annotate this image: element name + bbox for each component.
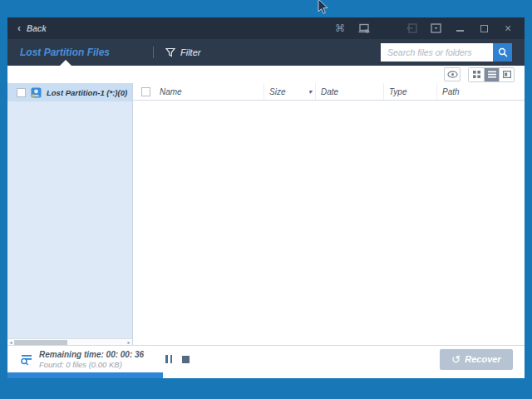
recover-restore-icon: ↺ [451,354,461,365]
scan-progress-icon [21,353,32,365]
column-header-path[interactable]: Path [437,83,525,100]
sidebar-item-lost-partition-1[interactable]: Lost Partition-1 (*:)(0) [7,83,132,101]
column-header-date[interactable]: Date [316,83,384,100]
pause-icon [165,355,168,363]
sidebar-empty-area [7,101,132,338]
scan-progress-track [7,372,525,378]
column-header-size[interactable]: Size ▾ [264,83,316,100]
page-title[interactable]: Lost Partition Files [20,47,110,58]
table-body-empty [133,101,525,345]
filter-label: Filter [180,47,200,57]
statusbar: Remaining time: 00: 00: 36 Found: 0 file… [7,345,525,372]
pause-scan-button[interactable] [165,355,172,363]
list-view-button[interactable] [484,68,499,81]
grid-view-icon [473,71,480,78]
search-button[interactable] [493,43,512,62]
stop-scan-button[interactable] [182,356,190,363]
maximize-icon[interactable] [477,22,490,35]
funnel-icon [165,47,175,57]
recover-label: Recover [465,354,500,364]
table-header: Name Size ▾ Date Type Path [133,83,525,101]
sidebar-item-label: Lost Partition-1 (*:)(0) [47,88,127,97]
back-label: Back [27,24,47,33]
column-header-name[interactable]: Name [155,83,264,100]
scrollbar-thumb[interactable] [14,340,67,345]
column-header-type[interactable]: Type [384,83,437,100]
selected-tab-pointer [60,60,71,66]
menu-box-icon[interactable] [429,22,442,35]
desktop-background: ‹ Back ⌘ [0,0,532,399]
minimize-icon[interactable] [453,22,466,35]
detail-view-button[interactable] [499,68,514,81]
command-icon[interactable]: ⌘ [333,22,347,35]
scan-status-text: Remaining time: 00: 00: 36 Found: 0 file… [39,350,144,369]
remaining-time-label: Remaining time: 00: 00: 36 [39,350,144,360]
back-button[interactable]: ‹ Back [17,23,47,33]
sort-caret-icon[interactable]: ▾ [308,88,312,96]
navbar: Lost Partition Files Filter [7,39,525,66]
import-icon[interactable] [405,22,418,35]
select-all-cell [133,83,155,100]
detail-view-icon [503,71,511,78]
sidebar-horizontal-scrollbar[interactable]: ◂ ▸ [7,338,132,345]
search-box [381,43,512,62]
titlebar-icons: ⌘ [323,22,515,35]
search-icon [498,47,508,57]
view-toggle-group [468,67,515,82]
search-input[interactable] [381,43,493,62]
scan-progress-fill [7,372,163,378]
list-view-icon [488,71,496,78]
navbar-divider [153,47,154,58]
preview-eye-button[interactable] [444,67,461,81]
recover-button[interactable]: ↺ Recover [440,349,513,370]
app-window: ‹ Back ⌘ [7,17,525,378]
view-toolbar [7,66,525,83]
close-icon[interactable]: × [501,22,515,35]
select-all-checkbox[interactable] [141,87,150,96]
filter-button[interactable]: Filter [165,47,200,57]
main-content: Lost Partition-1 (*:)(0) ◂ ▸ [7,83,525,345]
grid-view-button[interactable] [469,68,484,81]
partition-drive-icon [31,87,42,98]
back-chevron-icon: ‹ [17,23,21,33]
titlebar: ‹ Back ⌘ [7,17,525,39]
eye-icon [447,71,458,78]
scrollbar-track[interactable] [14,339,126,346]
partition-checkbox[interactable] [17,88,26,97]
found-files-label: Found: 0 files (0.00 KB) [39,360,144,369]
folder-tree-sidebar: Lost Partition-1 (*:)(0) ◂ ▸ [7,83,133,345]
capture-device-icon[interactable] [357,22,371,35]
mouse-cursor [317,0,328,15]
file-table: Name Size ▾ Date Type Path [133,83,525,345]
